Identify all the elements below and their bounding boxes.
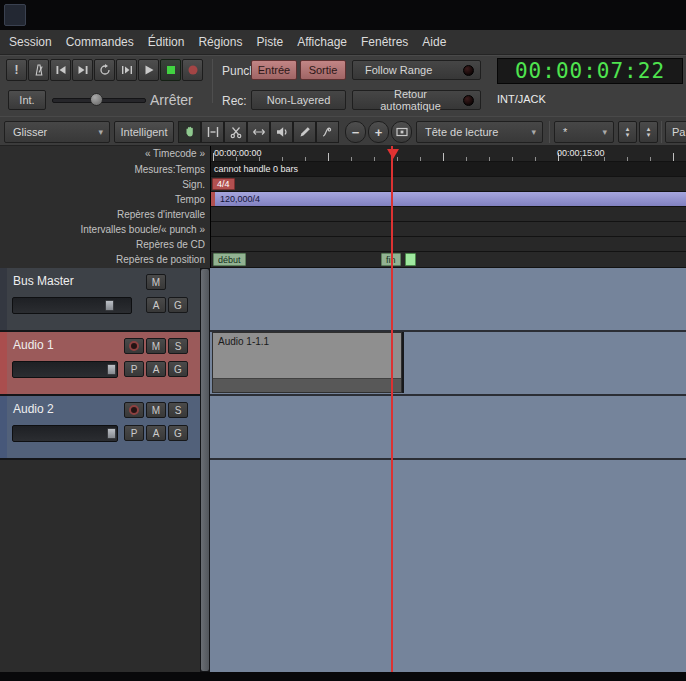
track-name[interactable]: Audio 1 — [13, 338, 54, 352]
punch-out-button[interactable]: Sortie — [300, 60, 346, 80]
mute-button[interactable]: M — [146, 338, 166, 354]
zoom-in-button[interactable]: + — [368, 121, 389, 143]
range-tool-button[interactable] — [201, 121, 224, 143]
location-markers-ruler[interactable]: début fin — [211, 252, 686, 268]
automation-button[interactable]: A — [146, 297, 166, 313]
menu-aide[interactable]: Aide — [422, 35, 446, 49]
audition-tool-button[interactable] — [270, 121, 293, 143]
track-scrollbar[interactable] — [200, 268, 210, 672]
follow-range-button[interactable]: Follow Range — [352, 60, 481, 80]
nudge-clock-button-1[interactable]: ▴ ▾ — [618, 121, 637, 143]
bbt-ruler[interactable]: cannot handle 0 bars — [211, 162, 686, 177]
primary-clock[interactable]: 00:00:07:22 — [497, 58, 683, 84]
playhead-marker[interactable] — [387, 149, 399, 159]
edit-content-tool-button[interactable] — [316, 121, 339, 143]
draw-tool-button[interactable] — [293, 121, 316, 143]
ruler-label-bbt[interactable]: Mesures:Temps — [0, 162, 210, 177]
timecode-ruler[interactable]: 00:00:00:00 00:00:15:00 — [211, 146, 686, 162]
snap-unit-dropdown[interactable]: * ▾ — [554, 121, 614, 143]
ruler-label-cd[interactable]: Repères de CD — [0, 237, 210, 252]
nudge-clock-button-2[interactable]: ▴ ▾ — [639, 121, 658, 143]
start-marker[interactable]: début — [213, 253, 246, 266]
gain-fader-handle[interactable] — [107, 428, 116, 439]
menu-affichage[interactable]: Affichage — [297, 35, 347, 49]
playlist-button[interactable]: P — [124, 425, 144, 441]
mute-button[interactable]: M — [146, 274, 166, 290]
ruler-label-timecode[interactable]: « Timecode » — [0, 146, 210, 162]
zoom-focus-dropdown[interactable]: Tête de lecture ▾ — [416, 121, 543, 143]
play-range-button[interactable] — [116, 59, 137, 81]
window-menu-icon[interactable] — [4, 4, 26, 26]
automation-button[interactable]: A — [146, 361, 166, 377]
playhead-line[interactable] — [391, 146, 393, 672]
playlist-button[interactable]: P — [124, 361, 144, 377]
record-enable-button[interactable] — [124, 338, 144, 354]
track-header-audio-2[interactable]: Audio 2 M S P A G — [0, 396, 200, 460]
audio-2-track-canvas[interactable] — [210, 396, 686, 458]
ruler-label-positions[interactable]: Repères de position — [0, 252, 210, 268]
meter-marker[interactable]: 4/4 — [212, 178, 235, 190]
gain-fader[interactable] — [12, 361, 118, 378]
edit-mode-dropdown[interactable]: Glisser ▾ — [4, 121, 110, 143]
play-button[interactable] — [138, 59, 159, 81]
gain-fader-handle[interactable] — [107, 364, 116, 375]
ruler-label-loop-punch[interactable]: Intervalles boucle/« punch » — [0, 222, 210, 237]
audio-region[interactable]: Audio 1-1.1 — [212, 332, 402, 393]
stop-button[interactable] — [160, 59, 181, 81]
interval-markers-ruler[interactable] — [211, 207, 686, 222]
clipped-right-button[interactable]: Pa — [665, 121, 686, 143]
zoom-to-session-button[interactable] — [391, 121, 412, 143]
mute-button[interactable]: M — [146, 402, 166, 418]
metronome-button[interactable] — [28, 59, 49, 81]
loop-punch-ruler[interactable] — [211, 222, 686, 237]
menu-session[interactable]: Session — [9, 35, 52, 49]
go-to-end-button[interactable] — [72, 59, 93, 81]
track-header-audio-1[interactable]: Audio 1 M S P A G — [0, 332, 200, 396]
menu-edition[interactable]: Édition — [148, 35, 185, 49]
cd-markers-ruler[interactable] — [211, 237, 686, 252]
bus-master-track-canvas[interactable] — [210, 268, 686, 330]
ruler-label-tempo[interactable]: Tempo — [0, 192, 210, 207]
cut-tool-button[interactable] — [224, 121, 247, 143]
track-header-bus-master[interactable]: Bus Master M A G — [0, 268, 200, 332]
ruler-label-meter[interactable]: Sign. — [0, 177, 210, 192]
midi-panic-button[interactable]: ! — [6, 59, 27, 81]
group-button[interactable]: G — [168, 425, 188, 441]
gain-fader[interactable] — [12, 425, 118, 442]
gain-fader[interactable] — [12, 297, 132, 314]
solo-button[interactable]: S — [168, 338, 188, 354]
automation-button[interactable]: A — [146, 425, 166, 441]
menu-commandes[interactable]: Commandes — [66, 35, 134, 49]
stretch-tool-button[interactable] — [247, 121, 270, 143]
punch-in-button[interactable]: Entrée — [251, 60, 297, 80]
record-enable-button[interactable] — [124, 402, 144, 418]
menu-fenetres[interactable]: Fenêtres — [361, 35, 408, 49]
menu-regions[interactable]: Régions — [198, 35, 242, 49]
meter-ruler[interactable]: 4/4 — [211, 177, 686, 192]
menu-piste[interactable]: Piste — [256, 35, 283, 49]
track-name[interactable]: Audio 2 — [13, 402, 54, 416]
grab-tool-button[interactable] — [178, 121, 201, 143]
shuttle-slider-handle[interactable] — [90, 93, 103, 106]
sync-source-text[interactable]: INT/JACK — [497, 93, 546, 105]
zoom-out-button[interactable]: − — [345, 121, 366, 143]
gain-fader-handle[interactable] — [105, 300, 114, 311]
shuttle-speed-slider[interactable] — [52, 90, 146, 110]
record-mode-button[interactable]: Non-Layered — [251, 90, 346, 110]
smart-mode-button[interactable]: Intelligent — [114, 121, 174, 143]
group-button[interactable]: G — [168, 361, 188, 377]
record-button[interactable] — [182, 59, 203, 81]
loop-button[interactable] — [94, 59, 115, 81]
end-marker-flag[interactable] — [405, 253, 416, 266]
track-scrollbar-thumb[interactable] — [201, 269, 209, 671]
tempo-ruler[interactable]: 120,000/4 — [211, 192, 686, 207]
go-to-start-button[interactable] — [50, 59, 71, 81]
track-name[interactable]: Bus Master — [13, 274, 74, 288]
tempo-marker-grip[interactable] — [211, 192, 215, 206]
group-button[interactable]: G — [168, 297, 188, 313]
editor-canvas[interactable]: Audio 1-1.1 — [210, 268, 686, 672]
solo-button[interactable]: S — [168, 402, 188, 418]
auto-return-button[interactable]: Retour automatique — [352, 90, 481, 110]
ruler-label-intervals[interactable]: Repères d'intervalle — [0, 207, 210, 222]
tempo-marker[interactable]: 120,000/4 — [220, 194, 260, 204]
